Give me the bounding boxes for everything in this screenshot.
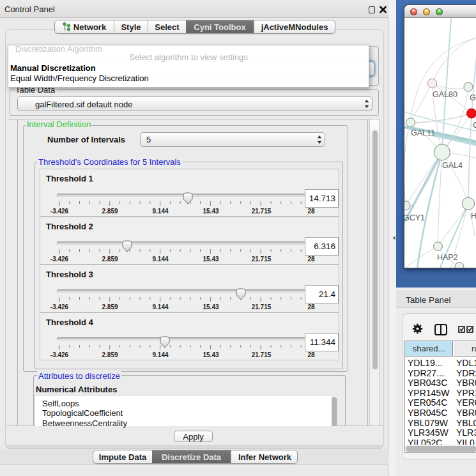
svg-text:GCY1: GCY1	[404, 213, 425, 222]
svg-text:GAL4: GAL4	[442, 161, 463, 170]
svg-text:GAL11: GAL11	[411, 128, 435, 137]
svg-text:C: C	[473, 121, 476, 130]
svg-text:H: H	[471, 211, 476, 220]
svg-text:G.: G.	[470, 93, 476, 102]
svg-text:GAL80: GAL80	[433, 90, 457, 99]
svg-text:HAP2: HAP2	[437, 253, 458, 262]
